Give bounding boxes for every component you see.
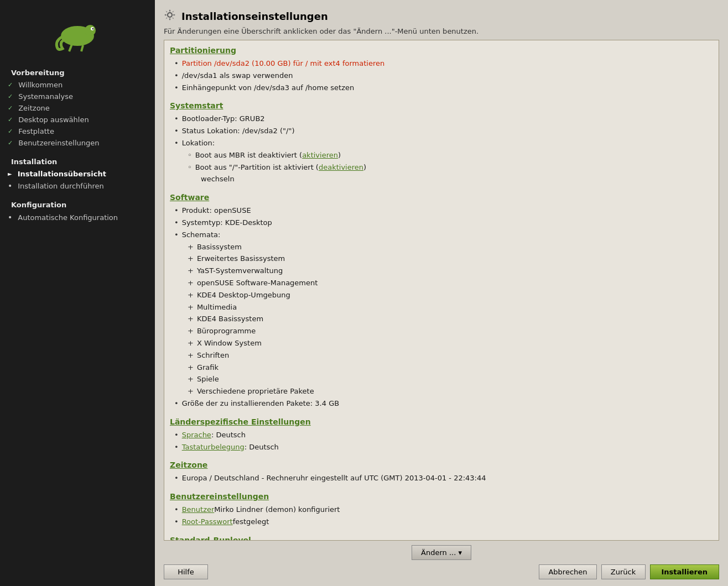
systemstart-subbullet-1: Boot aus MBR ist deaktiviert (aktivieren… [174, 150, 710, 161]
software-schema-2: Erweitertes Basissystem [174, 253, 710, 265]
svg-point-7 [168, 13, 172, 17]
software-schema-4: openSUSE Software-Management [174, 278, 710, 289]
software-schema-9: X Window System [174, 338, 710, 349]
partition-item-3: Einhängepunkt von /dev/sda3 auf /home se… [174, 82, 710, 94]
sidebar-item-installation-durchfuehren[interactable]: Installation durchführen [0, 180, 155, 192]
deaktivieren-link[interactable]: deaktivieren [319, 162, 363, 174]
software-schema-8: Büroprogramme [174, 326, 710, 337]
sidebar-item-automatische-konfiguration[interactable]: Automatische Konfiguration [0, 211, 155, 223]
sidebar-item-desktop-auswaehlen[interactable]: Desktop auswählen [0, 114, 155, 125]
partition-item-2: /dev/sda1 als swap verwenden [174, 70, 710, 82]
software-schema-3: YaST-Systemverwaltung [174, 265, 710, 277]
section-konfiguration-title: Konfiguration [0, 195, 155, 211]
page-icon [164, 9, 176, 24]
software-item-systemtyp: Systemtyp: KDE-Desktop [174, 217, 710, 229]
section-benutzereinstellungen-content: Benutzer Mirko Lindner (demon) konfiguri… [170, 504, 710, 528]
opensuse-logo: openSUSE [53, 11, 102, 53]
sprache-link[interactable]: Sprache [182, 430, 211, 441]
partition-item-1: Partition /dev/sda2 (10.00 GB) für / mit… [174, 58, 710, 70]
cancel-button[interactable]: Abbrechen [539, 564, 596, 579]
settings-icon [164, 9, 176, 21]
section-systemstart: Systemstart Bootloader-Typ: GRUB2 Status… [170, 101, 710, 185]
section-installation-title: Installation [0, 152, 155, 168]
section-benutzereinstellungen-title[interactable]: Benutzereinstellungen [170, 492, 710, 501]
section-partitionierung: Partitionierung Partition /dev/sda2 (10.… [170, 46, 710, 93]
systemstart-item-2: Status Lokation: /dev/sda2 ("/") [174, 125, 710, 137]
section-systemstart-title[interactable]: Systemstart [170, 101, 710, 110]
software-schema-1: Basissystem [174, 242, 710, 253]
section-zeitzone-title[interactable]: Zeitzone [170, 461, 710, 469]
aendern-button[interactable]: Ändern ... ▾ [412, 545, 471, 560]
section-software-title[interactable]: Software [170, 193, 710, 202]
sidebar-item-willkommen[interactable]: Willkommen [0, 79, 155, 91]
section-software: Software Produkt: openSUSE Systemtyp: KD… [170, 193, 710, 410]
page-header: Installationseinstellungen [164, 9, 719, 24]
logo-area: openSUSE [0, 0, 155, 63]
benutzer-item-1: Benutzer Mirko Lindner (demon) konfiguri… [174, 504, 710, 516]
bottom-buttons: Hilfe Abbrechen Zurück Installieren [164, 560, 719, 579]
right-buttons: Abbrechen Zurück Installieren [539, 564, 719, 579]
benutzer-link[interactable]: Benutzer [182, 504, 215, 516]
section-partitionierung-title[interactable]: Partitionierung [170, 46, 710, 55]
page-title: Installationseinstellungen [181, 11, 328, 22]
page-subtitle: Für Änderungen eine Überschrift anklicke… [164, 27, 719, 35]
svg-point-3 [92, 28, 94, 30]
section-zeitzone-content: Europa / Deutschland - Rechneruhr einges… [170, 473, 710, 484]
svg-line-5 [81, 45, 83, 51]
tastatur-link[interactable]: Tastaturbelegung [182, 442, 245, 453]
section-software-content: Produkt: openSUSE Systemtyp: KDE-Desktop… [170, 205, 710, 410]
software-schema-12: Spiele [174, 374, 710, 385]
help-button[interactable]: Hilfe [164, 564, 208, 579]
section-benutzereinstellungen: Benutzereinstellungen Benutzer Mirko Lin… [170, 492, 710, 528]
sidebar: openSUSE Vorbereitung Willkommen Systema… [0, 0, 155, 586]
section-systemstart-content: Bootloader-Typ: GRUB2 Status Lokation: /… [170, 113, 710, 185]
section-partitionierung-content: Partition /dev/sda2 (10.00 GB) für / mit… [170, 58, 710, 93]
section-laenderspezifisch: Länderspezifische Einstellungen Sprache:… [170, 417, 710, 453]
bottom-toolbar: Ändern ... ▾ [164, 541, 719, 560]
main-content: Installationseinstellungen Für Änderunge… [155, 0, 728, 586]
section-standard-runlevel-title[interactable]: Standard-Runlevel [170, 536, 710, 540]
section-vorbereitung-title: Vorbereitung [0, 63, 155, 79]
root-passwort-link[interactable]: Root-Passwort [182, 516, 233, 528]
software-schema-7: KDE4 Basissystem [174, 313, 710, 325]
svg-line-4 [69, 44, 72, 51]
systemstart-wechseln: wechseln [174, 174, 710, 185]
software-item-groesse: Größe der zu installierenden Pakete: 3.4… [174, 398, 710, 410]
software-schema-5: KDE4 Desktop-Umgebung [174, 290, 710, 301]
section-laenderspezifisch-title[interactable]: Länderspezifische Einstellungen [170, 417, 710, 426]
svg-point-1 [85, 25, 96, 36]
sidebar-item-zeitzone[interactable]: Zeitzone [0, 102, 155, 114]
software-item-schemata: Schemata: [174, 229, 710, 241]
software-schema-11: Grafik [174, 362, 710, 374]
sidebar-item-festplatte[interactable]: Festplatte [0, 125, 155, 137]
sidebar-item-installationsuebersicht[interactable]: Installationsübersicht [0, 168, 155, 180]
zeitzone-item-1: Europa / Deutschland - Rechneruhr einges… [174, 473, 710, 484]
laender-item-tastatur: Tastaturbelegung: Deutsch [174, 442, 710, 453]
systemstart-item-3: Lokation: [174, 138, 710, 149]
systemstart-subbullet-2: Boot aus "/"-Partition ist aktiviert (de… [174, 162, 710, 174]
benutzer-item-2: Root-Passwort festgelegt [174, 516, 710, 528]
scroll-content[interactable]: Partitionierung Partition /dev/sda2 (10.… [164, 40, 719, 540]
sidebar-item-benutzereinstellungen-nav[interactable]: Benutzereinstellungen [0, 137, 155, 149]
systemstart-item-1: Bootloader-Typ: GRUB2 [174, 113, 710, 125]
section-laenderspezifisch-content: Sprache: Deutsch Tastaturbelegung: Deuts… [170, 430, 710, 453]
software-schema-6: Multimedia [174, 302, 710, 313]
sidebar-item-systemanalyse[interactable]: Systemanalyse [0, 91, 155, 102]
aktivieren-link[interactable]: aktivieren [302, 150, 338, 161]
back-button[interactable]: Zurück [601, 564, 646, 579]
install-button[interactable]: Installieren [650, 564, 719, 579]
software-schema-13: Verschiedene proprietäre Pakete [174, 386, 710, 397]
section-standard-runlevel: Standard-Runlevel 5: Voller Mehrbenutzer… [170, 536, 710, 540]
software-schema-10: Schriften [174, 350, 710, 362]
content-area: Partitionierung Partition /dev/sda2 (10.… [164, 40, 719, 541]
laender-item-sprache: Sprache: Deutsch [174, 430, 710, 441]
software-item-produkt: Produkt: openSUSE [174, 205, 710, 217]
section-zeitzone: Zeitzone Europa / Deutschland - Rechneru… [170, 461, 710, 484]
